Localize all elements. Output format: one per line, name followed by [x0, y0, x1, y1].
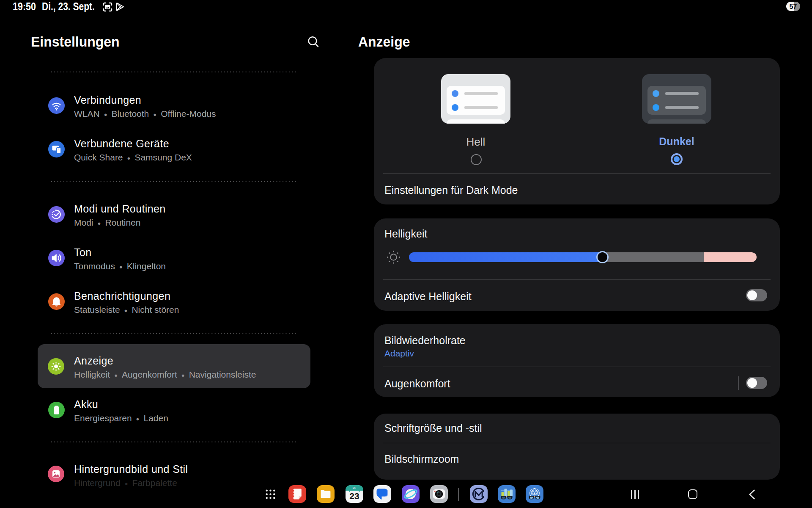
svg-text:23: 23 [349, 491, 359, 501]
svg-text:Di.: Di. [353, 486, 357, 489]
